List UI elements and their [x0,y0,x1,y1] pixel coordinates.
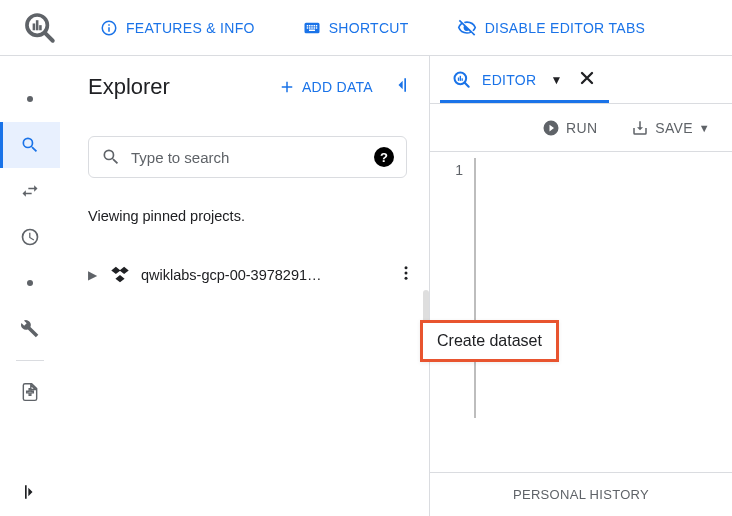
explorer-collapse-button[interactable] [391,75,411,99]
chevron-right-bar-icon [20,482,40,502]
editor-footer-tab[interactable]: PERSONAL HISTORY [430,472,732,516]
editor-tab-close-button[interactable] [577,68,597,91]
close-icon [577,68,597,88]
project-actions-menu-button[interactable] [397,264,415,286]
nav-item-notes[interactable] [0,369,60,415]
svg-rect-11 [458,77,459,80]
project-icon [109,264,131,286]
plus-icon [278,78,296,96]
help-icon[interactable]: ? [374,147,394,167]
play-circle-icon [542,119,560,137]
svg-line-14 [465,82,469,86]
svg-rect-12 [460,75,461,80]
shortcut-label: SHORTCUT [329,20,409,36]
svg-rect-2 [36,20,39,30]
editor-tabs: EDITOR ▼ [430,56,732,104]
editor-body[interactable]: 1 [430,152,732,472]
add-data-label: ADD DATA [302,79,373,95]
svg-rect-1 [33,23,36,30]
save-button[interactable]: SAVE ▼ [631,119,710,137]
explorer-header: Explorer ADD DATA [88,74,425,100]
svg-point-7 [405,266,408,269]
personal-history-label: PERSONAL HISTORY [513,487,649,502]
project-row[interactable]: ▶ qwiklabs-gcp-00-3978291… [88,264,425,286]
info-icon [100,19,118,37]
keyboard-icon [303,19,321,37]
nav-item-dot-2[interactable] [0,260,60,306]
query-icon [452,70,472,90]
svg-rect-13 [462,78,463,81]
line-number: 1 [455,162,463,178]
swap-horiz-icon [20,181,40,201]
top-bar: FEATURES & INFO SHORTCUT DISABLE EDITOR … [0,0,732,56]
bigquery-logo-icon [23,11,57,45]
clock-icon [20,227,40,247]
dot-icon [27,96,33,102]
chevron-down-icon: ▼ [699,122,710,134]
nav-item-dot-1[interactable] [0,76,60,122]
save-label: SAVE [655,120,693,136]
create-dataset-menu-item[interactable]: Create dataset [420,320,559,362]
nav-item-scheduled-queries[interactable] [0,214,60,260]
svg-rect-3 [39,25,42,30]
save-alt-icon [631,119,649,137]
nav-item-sql-workspace[interactable] [0,122,60,168]
main-area: Explorer ADD DATA ? Viewing pinned proje… [0,56,732,516]
left-nav [0,56,60,516]
explorer-search[interactable]: ? [88,136,407,178]
editor-panel: EDITOR ▼ RUN SAVE ▼ 1 [430,56,732,516]
run-button[interactable]: RUN [542,119,597,137]
disable-editor-tabs-button[interactable]: DISABLE EDITOR TABS [457,18,646,38]
dot-icon [27,280,33,286]
visibility-off-icon [457,18,477,38]
wrench-icon [20,319,40,339]
editor-tab-menu-button[interactable]: ▼ [550,73,562,87]
nav-separator [16,360,44,361]
top-actions: FEATURES & INFO SHORTCUT DISABLE EDITOR … [80,18,645,38]
shortcut-button[interactable]: SHORTCUT [303,19,409,37]
more-vert-icon [397,264,415,282]
create-dataset-label: Create dataset [437,332,542,349]
explorer-status-text: Viewing pinned projects. [88,208,425,224]
svg-point-8 [405,272,408,275]
search-icon [20,135,40,155]
add-data-button[interactable]: ADD DATA [278,78,373,96]
editor-actions: RUN SAVE ▼ [430,104,732,152]
editor-tab-label: EDITOR [482,72,536,88]
line-gutter: 1 [430,152,474,472]
search-icon [101,147,121,167]
features-info-label: FEATURES & INFO [126,20,255,36]
search-input[interactable] [129,148,374,167]
expand-triangle-icon[interactable]: ▶ [88,268,97,282]
svg-point-9 [405,277,408,280]
nav-item-admin[interactable] [0,306,60,352]
disable-editor-tabs-label: DISABLE EDITOR TABS [485,20,646,36]
explorer-panel: Explorer ADD DATA ? Viewing pinned proje… [60,56,430,516]
features-info-button[interactable]: FEATURES & INFO [100,19,255,37]
svg-point-6 [27,280,33,286]
project-name: qwiklabs-gcp-00-3978291… [141,267,397,283]
svg-point-5 [27,96,33,102]
explorer-title: Explorer [88,74,170,100]
product-logo [0,11,80,45]
editor-cursor [474,158,476,418]
svg-line-4 [45,32,53,40]
nav-expand-button[interactable] [0,482,60,502]
editor-tab[interactable]: EDITOR ▼ [440,59,609,103]
run-label: RUN [566,120,597,136]
chevron-left-bar-icon [391,75,411,95]
nav-item-transfers[interactable] [0,168,60,214]
note-add-icon [20,382,40,402]
